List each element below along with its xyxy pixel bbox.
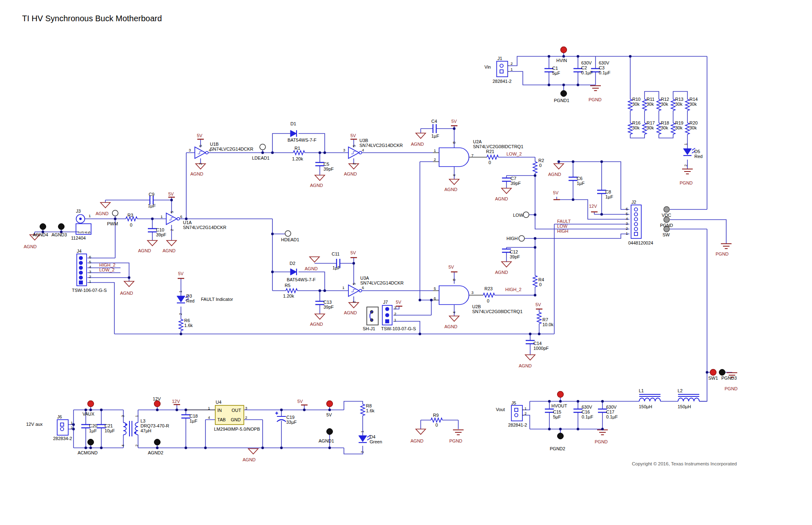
u4-pin1: 1 <box>208 406 210 410</box>
gnd-agnd-r9: AGND <box>410 438 424 443</box>
testpoint-hvout <box>558 392 564 398</box>
gnd-pgnd-in: PGND <box>589 97 602 102</box>
j1-ref: J1 <box>497 56 502 61</box>
c12-val: 39pF <box>510 254 520 259</box>
testpoint-agnd3 <box>58 224 65 230</box>
resistor-r4 <box>533 276 537 287</box>
j7-5v: 5V <box>396 300 401 305</box>
vout-label: Vout <box>496 407 505 412</box>
agnd-symbol <box>310 257 319 262</box>
u3b-pin4: 4 <box>362 148 364 152</box>
j6-pin2: 2 <box>71 426 73 430</box>
u1a-part: SN74LVC2G14DCKR <box>183 225 226 230</box>
pin-stubs <box>433 153 487 300</box>
l2-val: 150µH <box>678 404 691 409</box>
connector-j5 <box>511 405 524 421</box>
c19-val: 33µF <box>286 420 297 425</box>
d4-pin2: 2 <box>360 451 364 453</box>
u4-out: OUT <box>232 408 241 413</box>
l3-pin1: 1 <box>135 415 139 417</box>
gnd-agnd-c5: AGND <box>310 183 323 188</box>
gnd-agnd-c13: AGND <box>310 322 323 327</box>
u2a-pin2: 2 <box>434 158 436 162</box>
j5-ref: J5 <box>511 400 516 405</box>
resistor-r2 <box>533 162 537 173</box>
testpoint-low <box>523 212 529 218</box>
d3-5v: 5V <box>178 271 183 276</box>
r7-5v: 5V <box>535 302 541 307</box>
r10-ref: R10 <box>632 97 640 102</box>
d2-ref: D2 <box>290 261 295 266</box>
c14-val: 1000pF <box>533 346 549 351</box>
u4-pin3: 3 <box>245 406 247 410</box>
tp-vaux-label: VAUX <box>83 412 94 416</box>
j2-pin3: 3 <box>626 222 628 226</box>
testpoint-hvin <box>561 47 567 53</box>
testpoint-vaux <box>88 401 94 407</box>
gnd-agnd-u2b: AGND <box>444 324 457 329</box>
vin-label: Vin <box>484 65 491 69</box>
r20-val: 30k <box>689 125 697 130</box>
net-fault: FAULT <box>557 219 571 224</box>
r6-ref: R6 <box>184 318 190 323</box>
flag-12v: 12V <box>172 399 180 404</box>
u4-in: IN <box>217 408 222 413</box>
d5-ref: D5 <box>694 149 700 154</box>
u2b-pin5: 5 <box>434 287 436 291</box>
r9-val: 0 <box>435 423 438 427</box>
agnd-symbol <box>147 240 157 246</box>
testpoint-agnd1 <box>327 429 333 435</box>
agnd-symbol <box>449 316 459 321</box>
u2a-pin7: 7 <box>471 153 473 158</box>
wire-j4 <box>87 219 129 334</box>
j6-ref: J6 <box>57 414 62 419</box>
u1a-pin2: 2 <box>170 229 174 231</box>
c3-rating: 630V <box>599 60 609 65</box>
gnd-pgnd-r9: PGND <box>449 438 462 443</box>
diode-d2 <box>290 269 297 275</box>
pgnd-symbol <box>453 430 464 435</box>
c7-ref: C7 <box>511 176 516 181</box>
gnd-agnd-u4: AGND <box>243 457 256 462</box>
r17-ref: R17 <box>647 120 655 125</box>
tp-pgnd1-label: PGND1 <box>554 98 569 103</box>
gnd-agnd-u3a: AGND <box>344 310 357 315</box>
resistor-r5 <box>286 289 297 293</box>
d5-pin2: 2 <box>684 165 688 167</box>
resistor-r19 <box>671 123 675 134</box>
u3b-pin2: 2 <box>352 163 356 165</box>
resistor-r1 <box>293 151 305 155</box>
wire-j2-section <box>506 157 629 295</box>
r17-val: 30k <box>647 125 654 130</box>
r12-ref: R12 <box>661 97 669 102</box>
c8-val: 1µF <box>605 194 613 199</box>
r2-ref: R2 <box>538 158 544 163</box>
c11-5v: 5V <box>350 250 356 255</box>
j1-part: 282841-2 <box>493 79 512 84</box>
u3b-part: SN74LVC2G14DCKR <box>359 143 403 148</box>
d3-pin2: 2 <box>178 313 183 315</box>
agnd-symbol <box>502 188 511 194</box>
u3a-ref: U3A <box>360 276 369 280</box>
u1a-ref: U1A <box>183 220 192 225</box>
d3-val: Red <box>186 298 194 303</box>
r23-ref: R23 <box>484 286 493 291</box>
c16-ref: C16 <box>582 409 590 414</box>
testpoint-pgnd2 <box>558 433 564 439</box>
resistor-r7 <box>537 312 541 324</box>
j4-ref: J4 <box>77 249 82 254</box>
wire-aux-supply <box>68 401 458 454</box>
agnd-symbol <box>416 133 426 138</box>
tp-acmgnd-label: ACMGND <box>78 450 98 455</box>
gnd-agnd-c6: AGND <box>548 172 561 177</box>
wire-right-column <box>670 56 732 401</box>
j7-pin2: 2 <box>394 312 396 316</box>
agnd-symbol <box>349 303 359 308</box>
c21-val: 10µF <box>105 428 115 433</box>
tp-agnd3-label: AGND3 <box>51 232 67 237</box>
c4-ref: C4 <box>431 119 437 124</box>
u3b-pin5: 5 <box>352 145 356 147</box>
gnd-agnd-u2a: AGND <box>444 187 457 192</box>
capacitor-c4 <box>433 124 436 133</box>
connector-j6 <box>57 420 68 435</box>
